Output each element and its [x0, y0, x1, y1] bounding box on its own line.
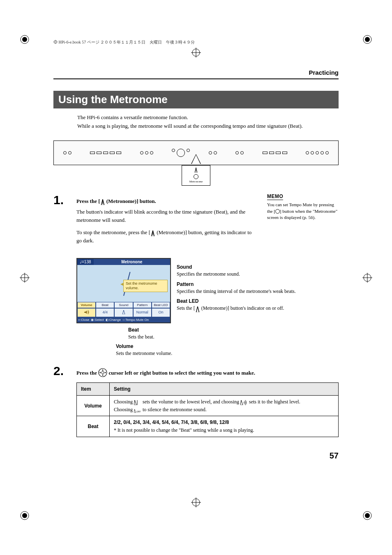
text: * It is not possible to change the "Beat…: [114, 427, 254, 433]
desc-title: Sound: [177, 264, 339, 271]
volume-min-icon: [134, 400, 141, 405]
under-labels: Beat Sets the beat. Volume Sets the metr…: [99, 327, 339, 357]
memo-box: MEMO You can set Tempo Mute by pressing …: [267, 193, 339, 253]
intro-line: The HPi-6 contains a versatile metronome…: [77, 113, 339, 122]
metronome-callout: Metronome: [182, 165, 210, 186]
section-title: Using the Metronome: [53, 91, 339, 108]
metronome-icon: [194, 168, 198, 173]
svg-text:OFF: OFF: [136, 410, 141, 413]
lcd-tab-volume: Volume: [77, 302, 96, 308]
text: cursor left or right button to select th…: [107, 370, 255, 376]
svg-point-1: [22, 37, 27, 42]
lcd-footer-mute: ○:Tempo Mute On: [122, 318, 149, 322]
text: Press the: [76, 370, 98, 376]
lcd-tab-pattern: Pattern: [133, 302, 152, 308]
step-body-text: To stop the metronome, press the [ (Metr…: [76, 228, 256, 245]
text: sets it to the highest level.: [248, 399, 300, 405]
table-header: Item: [77, 382, 110, 396]
sound-icon: [122, 310, 126, 314]
lcd-tab-beat: Beat: [96, 302, 114, 308]
text: Choosing: [114, 407, 134, 412]
table-header-row: Item Setting: [77, 382, 339, 396]
text: Sets the [: [177, 305, 195, 311]
lcd-val-volume: [77, 308, 96, 317]
register-mark-icon: [191, 497, 201, 507]
lcd-title: Metronone: [94, 259, 170, 265]
desc-title: Beat LED: [177, 298, 339, 305]
desc-body: Specifies the timing interval of the met…: [177, 288, 339, 295]
metronome-icon: [100, 199, 105, 204]
table-cell-item: Beat: [77, 416, 110, 437]
cursor-dial-icon: [98, 368, 107, 377]
svg-point-27: [101, 371, 104, 374]
memo-text: You can set Tempo Mute by pressing the […: [267, 202, 339, 221]
step-title: Press the cursor left or right button to…: [76, 368, 339, 377]
print-header: HPi-6-e.book 57 ページ ２００５年１１月１５日 火曜日 午後３時…: [53, 39, 195, 45]
step-number: 2.: [53, 364, 69, 437]
lcd-val-beatled: On: [152, 308, 170, 317]
crop-mark-icon: [20, 511, 30, 520]
table-row: Volume Choosing sets the volume to the l…: [77, 396, 339, 416]
page-number: 57: [330, 451, 339, 461]
table-cell-setting: 2/2, 0/4, 2/4, 3/4, 4/4, 5/4, 6/4, 7/4, …: [110, 416, 339, 437]
register-mark-small-icon: [53, 40, 58, 44]
step-title: Press the [ (Metronome)] button.: [76, 197, 256, 205]
lcd-val-beat: 4/4: [96, 308, 114, 317]
table-row: Beat 2/2, 0/4, 2/4, 3/4, 4/4, 5/4, 6/4, …: [77, 416, 339, 437]
crop-mark-icon: [362, 511, 372, 520]
text: (Metronome)] button's indicator on or of…: [200, 305, 284, 311]
lcd-footer-close: ×:Close: [78, 318, 89, 322]
text: 2/2, 0/4, 2/4, 3/4, 4/4, 5/4, 6/4, 7/4, …: [114, 419, 229, 425]
label-title: Volume: [116, 343, 133, 349]
crop-mark-icon: [20, 35, 30, 44]
desc-body: Specifies the metronome sound.: [177, 271, 339, 278]
lcd-screenshot: ♩=138 Metronone Set the metronome volume…: [76, 258, 171, 323]
label-title: Beat: [128, 327, 139, 333]
description-list: Sound Specifies the metronome sound. Pat…: [177, 258, 339, 313]
lcd-val-sound: [114, 308, 133, 317]
register-mark-icon: [20, 273, 30, 283]
lcd-footer-change: ◐:Change: [106, 318, 121, 322]
label-body: Sets the beat.: [128, 334, 154, 340]
intro-text: The HPi-6 contains a versatile metronome…: [77, 113, 339, 131]
text: To stop the metronome, press the [: [76, 229, 150, 235]
divider: [53, 78, 339, 79]
circle-button-icon: [275, 209, 280, 214]
svg-point-3: [365, 37, 370, 42]
step-body-text: The button's indicator will blink accord…: [76, 208, 256, 224]
desc-title: Pattern: [177, 281, 339, 288]
text: Press the [: [76, 198, 100, 204]
register-mark-icon: [362, 273, 372, 283]
label-body: Sets the metronome volume.: [116, 350, 172, 356]
print-header-text: HPi-6-e.book 57 ページ ２００５年１１月１５日 火曜日 午後３時…: [59, 40, 195, 44]
text: to silence the metronome sound.: [141, 407, 207, 412]
step-number: 1.: [53, 193, 69, 245]
memo-label: MEMO: [267, 193, 283, 200]
lcd-tab-beatled: Beat LED: [152, 302, 170, 308]
callout-label: Metronome: [189, 180, 203, 183]
lcd-tempo: ♩=138: [77, 259, 94, 265]
lcd-tab-sound: Sound: [114, 302, 133, 308]
volume-max-icon: [84, 310, 90, 314]
svg-point-5: [22, 513, 27, 518]
svg-point-7: [365, 513, 370, 518]
lcd-tooltip: Set the metronome volume.: [123, 280, 168, 292]
lcd-footer-select: ◉:Select: [91, 318, 104, 322]
desc-body: Sets the [ (Metronome)] button's indicat…: [177, 305, 339, 312]
metronome-icon: [150, 230, 155, 235]
text: Choosing: [114, 399, 134, 405]
register-mark-icon: [191, 48, 201, 58]
volume-off-icon: OFF: [134, 408, 141, 412]
table-cell-setting: Choosing sets the volume to the lowest l…: [110, 396, 339, 416]
metronome-icon: [195, 306, 200, 311]
lcd-val-pattern: Normal: [133, 308, 152, 317]
table-cell-item: Volume: [77, 396, 110, 416]
table-header: Setting: [110, 382, 339, 396]
intro-line: While a song is playing, the metronome w…: [77, 122, 339, 131]
settings-table: Item Setting Volume Choosing sets the vo…: [76, 382, 339, 437]
text: (Metronome)] button.: [105, 198, 156, 204]
text: sets the volume to the lowest level, and…: [141, 399, 240, 405]
crop-mark-icon: [362, 35, 372, 44]
volume-max-icon: [240, 400, 248, 405]
breadcrumb: Practicing: [53, 69, 339, 76]
